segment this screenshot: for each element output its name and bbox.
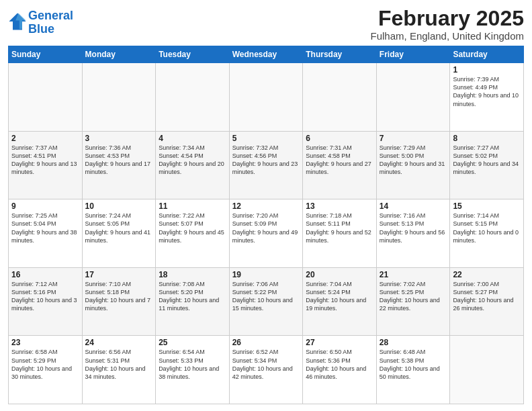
table-row: 7Sunrise: 7:29 AM Sunset: 5:00 PM Daylig…	[376, 131, 450, 199]
day-info: Sunrise: 7:36 AM Sunset: 4:53 PM Dayligh…	[85, 144, 153, 177]
day-info: Sunrise: 7:14 AM Sunset: 5:15 PM Dayligh…	[453, 212, 521, 244]
day-number: 8	[453, 134, 521, 143]
logo-text: General Blue	[28, 9, 73, 36]
table-row: 21Sunrise: 7:02 AM Sunset: 5:25 PM Dayli…	[376, 267, 450, 336]
day-info: Sunrise: 7:37 AM Sunset: 4:51 PM Dayligh…	[11, 144, 79, 177]
day-number: 25	[159, 338, 226, 347]
day-info: Sunrise: 6:56 AM Sunset: 5:31 PM Dayligh…	[85, 348, 153, 381]
col-thursday: Thursday	[303, 46, 377, 63]
day-number: 7	[380, 134, 447, 143]
day-info: Sunrise: 7:24 AM Sunset: 5:05 PM Dayligh…	[85, 212, 153, 244]
day-info: Sunrise: 7:31 AM Sunset: 4:58 PM Dayligh…	[306, 144, 373, 177]
col-monday: Monday	[82, 46, 156, 63]
day-info: Sunrise: 7:25 AM Sunset: 5:04 PM Dayligh…	[11, 212, 79, 244]
day-number: 18	[159, 270, 226, 279]
table-row: 9Sunrise: 7:25 AM Sunset: 5:04 PM Daylig…	[9, 199, 83, 268]
title-block: February 2025 Fulham, England, United Ki…	[371, 7, 524, 42]
day-number: 21	[380, 270, 447, 279]
day-number: 3	[85, 134, 153, 143]
day-number: 23	[11, 338, 79, 347]
table-row: 23Sunrise: 6:58 AM Sunset: 5:29 PM Dayli…	[9, 336, 83, 404]
table-row: 22Sunrise: 7:00 AM Sunset: 5:27 PM Dayli…	[450, 267, 524, 336]
day-info: Sunrise: 7:34 AM Sunset: 4:54 PM Dayligh…	[159, 144, 226, 177]
day-number: 26	[232, 338, 300, 347]
table-row: 19Sunrise: 7:06 AM Sunset: 5:22 PM Dayli…	[229, 267, 303, 336]
day-info: Sunrise: 7:16 AM Sunset: 5:13 PM Dayligh…	[380, 212, 447, 244]
month-title: February 2025	[371, 7, 524, 30]
day-info: Sunrise: 7:06 AM Sunset: 5:22 PM Dayligh…	[232, 280, 300, 313]
day-number: 20	[306, 270, 373, 279]
col-friday: Friday	[376, 46, 450, 63]
col-saturday: Saturday	[450, 46, 524, 63]
calendar-header-row: Sunday Monday Tuesday Wednesday Thursday…	[9, 46, 524, 63]
location: Fulham, England, United Kingdom	[371, 30, 524, 42]
table-row: 8Sunrise: 7:27 AM Sunset: 5:02 PM Daylig…	[450, 131, 524, 199]
table-row: 13Sunrise: 7:18 AM Sunset: 5:11 PM Dayli…	[303, 199, 377, 268]
table-row: 6Sunrise: 7:31 AM Sunset: 4:58 PM Daylig…	[303, 131, 377, 199]
day-number: 17	[85, 270, 153, 279]
day-info: Sunrise: 7:29 AM Sunset: 5:00 PM Dayligh…	[380, 144, 447, 177]
day-number: 24	[85, 338, 153, 347]
day-info: Sunrise: 7:39 AM Sunset: 4:49 PM Dayligh…	[453, 75, 521, 108]
day-number: 19	[232, 270, 300, 279]
day-info: Sunrise: 6:54 AM Sunset: 5:33 PM Dayligh…	[159, 348, 226, 381]
table-row	[82, 63, 156, 132]
day-number: 27	[306, 338, 373, 347]
day-info: Sunrise: 7:22 AM Sunset: 5:07 PM Dayligh…	[159, 212, 226, 244]
day-number: 4	[159, 134, 226, 143]
table-row: 18Sunrise: 7:08 AM Sunset: 5:20 PM Dayli…	[156, 267, 230, 336]
page: General Blue February 2025 Fulham, Engla…	[0, 0, 532, 411]
day-info: Sunrise: 6:52 AM Sunset: 5:34 PM Dayligh…	[232, 348, 300, 381]
day-number: 2	[11, 134, 79, 143]
day-info: Sunrise: 7:10 AM Sunset: 5:18 PM Dayligh…	[85, 280, 153, 313]
header: General Blue February 2025 Fulham, Engla…	[8, 7, 524, 42]
day-info: Sunrise: 6:48 AM Sunset: 5:38 PM Dayligh…	[380, 348, 447, 381]
day-number: 13	[306, 201, 373, 211]
day-info: Sunrise: 7:00 AM Sunset: 5:27 PM Dayligh…	[453, 280, 521, 313]
table-row	[9, 63, 83, 132]
day-number: 10	[85, 201, 153, 211]
table-row: 28Sunrise: 6:48 AM Sunset: 5:38 PM Dayli…	[376, 336, 450, 404]
table-row: 24Sunrise: 6:56 AM Sunset: 5:31 PM Dayli…	[82, 336, 156, 404]
day-info: Sunrise: 7:32 AM Sunset: 4:56 PM Dayligh…	[232, 144, 300, 177]
table-row	[303, 63, 377, 132]
day-info: Sunrise: 7:08 AM Sunset: 5:20 PM Dayligh…	[159, 280, 226, 313]
day-info: Sunrise: 7:18 AM Sunset: 5:11 PM Dayligh…	[306, 212, 373, 244]
day-info: Sunrise: 7:27 AM Sunset: 5:02 PM Dayligh…	[453, 144, 521, 177]
table-row: 10Sunrise: 7:24 AM Sunset: 5:05 PM Dayli…	[82, 199, 156, 268]
day-info: Sunrise: 6:50 AM Sunset: 5:36 PM Dayligh…	[306, 348, 373, 381]
table-row: 2Sunrise: 7:37 AM Sunset: 4:51 PM Daylig…	[9, 131, 83, 199]
day-number: 5	[232, 134, 300, 143]
table-row: 14Sunrise: 7:16 AM Sunset: 5:13 PM Dayli…	[376, 199, 450, 268]
table-row: 25Sunrise: 6:54 AM Sunset: 5:33 PM Dayli…	[156, 336, 230, 404]
col-sunday: Sunday	[9, 46, 83, 63]
table-row: 26Sunrise: 6:52 AM Sunset: 5:34 PM Dayli…	[229, 336, 303, 404]
day-number: 28	[380, 338, 447, 347]
table-row: 5Sunrise: 7:32 AM Sunset: 4:56 PM Daylig…	[229, 131, 303, 199]
table-row	[156, 63, 230, 132]
day-number: 11	[159, 201, 226, 211]
day-info: Sunrise: 7:02 AM Sunset: 5:25 PM Dayligh…	[380, 280, 447, 313]
table-row: 12Sunrise: 7:20 AM Sunset: 5:09 PM Dayli…	[229, 199, 303, 268]
day-number: 12	[232, 201, 300, 211]
table-row: 16Sunrise: 7:12 AM Sunset: 5:16 PM Dayli…	[9, 267, 83, 336]
logo: General Blue	[8, 9, 73, 36]
table-row: 17Sunrise: 7:10 AM Sunset: 5:18 PM Dayli…	[82, 267, 156, 336]
calendar-table: Sunday Monday Tuesday Wednesday Thursday…	[8, 46, 524, 404]
logo-blue: Blue	[28, 22, 54, 36]
day-number: 1	[453, 65, 521, 75]
table-row: 15Sunrise: 7:14 AM Sunset: 5:15 PM Dayli…	[450, 199, 524, 268]
day-number: 9	[11, 201, 79, 211]
col-tuesday: Tuesday	[156, 46, 230, 63]
day-info: Sunrise: 7:12 AM Sunset: 5:16 PM Dayligh…	[11, 280, 79, 313]
table-row: 20Sunrise: 7:04 AM Sunset: 5:24 PM Dayli…	[303, 267, 377, 336]
day-number: 6	[306, 134, 373, 143]
table-row: 3Sunrise: 7:36 AM Sunset: 4:53 PM Daylig…	[82, 131, 156, 199]
table-row	[229, 63, 303, 132]
logo-icon	[8, 12, 27, 31]
table-row: 11Sunrise: 7:22 AM Sunset: 5:07 PM Dayli…	[156, 199, 230, 268]
table-row	[450, 336, 524, 404]
day-number: 16	[11, 270, 79, 279]
logo-general: General	[28, 9, 73, 22]
day-info: Sunrise: 6:58 AM Sunset: 5:29 PM Dayligh…	[11, 348, 79, 381]
